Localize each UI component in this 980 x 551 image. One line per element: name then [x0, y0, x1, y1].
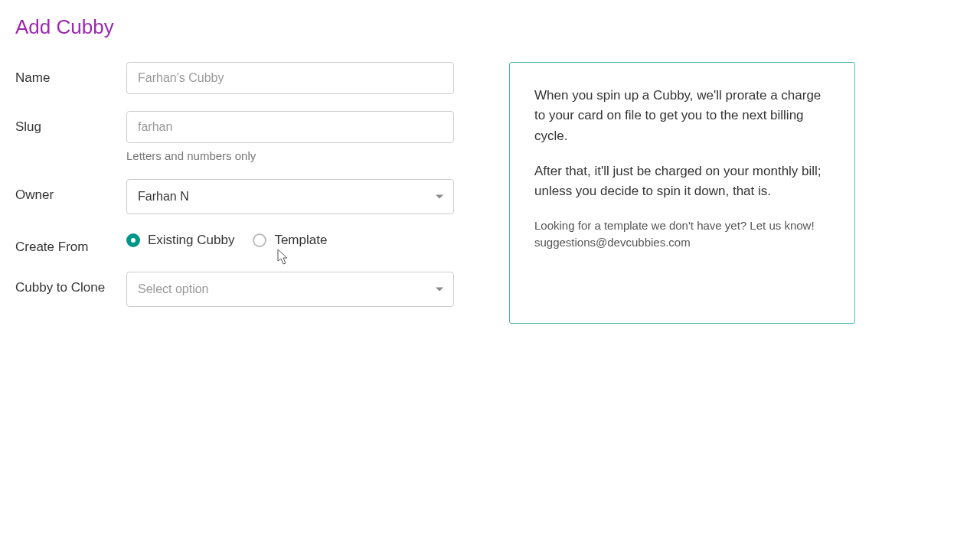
- radio-template-label: Template: [274, 233, 327, 248]
- name-label: Name: [15, 62, 126, 86]
- cubby-to-clone-placeholder: Select option: [138, 282, 209, 296]
- radio-existing-cubby[interactable]: Existing Cubby: [126, 233, 234, 248]
- info-panel: When you spin up a Cubby, we'll prorate …: [509, 62, 855, 324]
- cubby-to-clone-label: Cubby to Clone: [15, 272, 126, 295]
- radio-existing-label: Existing Cubby: [148, 233, 234, 248]
- owner-select[interactable]: Farhan N: [126, 179, 454, 214]
- create-from-label: Create From: [15, 231, 126, 255]
- radio-template[interactable]: Template: [253, 233, 327, 248]
- cubby-to-clone-select[interactable]: Select option: [126, 272, 454, 307]
- info-template-suggestion: Looking for a template we don't have yet…: [534, 217, 830, 252]
- slug-label: Slug: [15, 111, 126, 135]
- page-title: Add Cubby: [15, 15, 965, 39]
- radio-selected-icon: [126, 233, 140, 247]
- owner-selected-value: Farhan N: [138, 190, 189, 204]
- slug-input[interactable]: [126, 111, 454, 143]
- owner-label: Owner: [15, 179, 126, 203]
- info-prorate-text: When you spin up a Cubby, we'll prorate …: [534, 86, 830, 146]
- slug-help-text: Letters and numbers only: [126, 149, 471, 162]
- info-monthly-text: After that, it'll just be charged on you…: [534, 161, 830, 202]
- radio-unselected-icon: [253, 233, 266, 247]
- name-input[interactable]: [126, 62, 454, 94]
- add-cubby-form: Name Slug Letters and numbers only Owner…: [15, 62, 471, 324]
